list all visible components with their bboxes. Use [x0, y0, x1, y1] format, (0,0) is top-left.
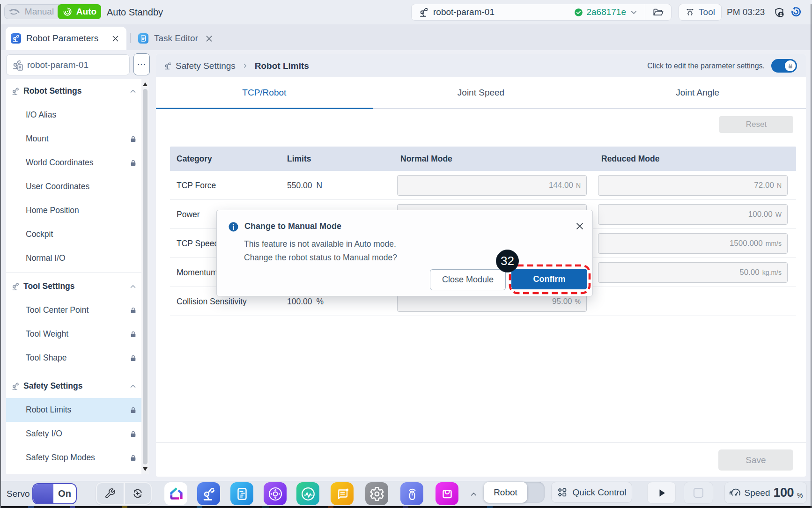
chevron-up-icon[interactable]: [129, 87, 137, 96]
tree-item-user-coordinates[interactable]: User Coordinates: [6, 175, 141, 199]
scroll-up-arrow[interactable]: [143, 82, 148, 86]
speed-display[interactable]: Speed 100 %: [724, 482, 807, 504]
tool-button[interactable]: Tool: [679, 4, 722, 21]
commit-selector[interactable]: 2a68171e: [574, 7, 638, 17]
sidebar-scrollbar[interactable]: [141, 79, 149, 474]
lock-icon: [129, 454, 137, 462]
app-store[interactable]: [436, 482, 458, 505]
tree-item-tool-center-point[interactable]: Tool Center Point: [6, 298, 141, 322]
app-remote[interactable]: [400, 482, 423, 505]
close-tab-icon[interactable]: [111, 34, 120, 43]
servo-toggle[interactable]: On: [32, 483, 77, 504]
tree-item-safety-stop-modes[interactable]: Safety Stop Modes: [6, 446, 141, 470]
sidebar-program-name: robot-param-01: [27, 60, 89, 70]
speed-unit: %: [797, 492, 803, 499]
manual-mode-button[interactable]: Manual: [5, 5, 58, 19]
save-button[interactable]: Save: [718, 449, 793, 471]
scrollbar-thumb[interactable]: [143, 89, 148, 464]
tab-tcp-robot[interactable]: TCP/Robot: [156, 77, 373, 108]
tree-item-label: Tool Weight: [26, 329, 68, 339]
lock-icon: [129, 306, 137, 314]
tree-item-normal-io[interactable]: Normal I/O: [6, 246, 141, 270]
row-category: TCP Speed: [177, 229, 219, 258]
play-icon: [656, 487, 667, 499]
chevron-up-icon[interactable]: [129, 282, 137, 291]
app-task-editor[interactable]: [230, 482, 253, 505]
restart-icon[interactable]: [790, 7, 801, 17]
top-status-bar: Manual Auto Auto Standby robot-param-01 …: [0, 0, 812, 24]
quick-control-button[interactable]: Quick Control: [551, 482, 632, 503]
taskbar-edge: [0, 506, 812, 508]
play-button[interactable]: [647, 482, 676, 504]
app-settings[interactable]: [365, 482, 388, 505]
tree-item-io-alias[interactable]: I/O Alias: [6, 103, 141, 127]
reduced-mode-input[interactable]: 100.00W: [598, 204, 788, 225]
tree-item-safety-io[interactable]: Safety I/O: [6, 422, 141, 446]
tree-item-tool-shape[interactable]: Tool Shape: [6, 346, 141, 370]
app-log[interactable]: [331, 482, 354, 505]
tree-item-world-coordinates[interactable]: World Coordinates: [6, 151, 141, 175]
row-limit-unit: %: [317, 297, 324, 307]
tab-task-editor[interactable]: Task Editor: [135, 27, 220, 50]
row-limit-value: 550.00: [287, 181, 312, 191]
tree-group-safety-settings[interactable]: Safety Settings: [6, 374, 141, 398]
update-button[interactable]: [125, 483, 151, 504]
dialog-close-icon[interactable]: [575, 221, 585, 231]
tree-item-robot-limits[interactable]: Robot Limits: [6, 398, 141, 422]
utility-button-group: [96, 482, 152, 505]
setup-button[interactable]: [97, 483, 124, 504]
stop-button[interactable]: [684, 482, 713, 504]
reduced-mode-input[interactable]: 50.00kg.m/s: [598, 262, 788, 283]
reduced-mode-input[interactable]: 1500.000mm/s: [598, 233, 788, 254]
reduced-mode-input[interactable]: 72.00N: [598, 175, 788, 196]
column-header-normal-mode: Normal Mode: [400, 147, 452, 171]
edit-lock-toggle[interactable]: [771, 59, 797, 73]
tree-item-cockpit[interactable]: Cockpit: [6, 222, 141, 246]
app-jog[interactable]: [264, 482, 287, 505]
chevron-up-icon[interactable]: [129, 382, 137, 390]
tree-item-label: User Coordinates: [26, 182, 89, 191]
input-value: 144.00: [549, 181, 573, 190]
tree-item-home-position[interactable]: Home Position: [6, 199, 141, 222]
folder-open-icon[interactable]: [652, 7, 664, 18]
reset-button[interactable]: Reset: [719, 116, 793, 133]
robot-icon: [11, 282, 20, 291]
tree-group-tool-settings[interactable]: Tool Settings: [6, 274, 141, 298]
task-list-icon: [234, 486, 250, 502]
lock-icon: [129, 354, 137, 362]
robot-toggle[interactable]: Robot: [484, 482, 545, 503]
footer-divider: [156, 442, 806, 443]
tree-item-label: Mount: [26, 134, 49, 144]
robot-icon: [163, 61, 172, 70]
close-module-button[interactable]: Close Module: [430, 269, 506, 290]
tree-group-robot-settings[interactable]: Robot Settings: [6, 79, 141, 103]
input-unit: kg.m/s: [762, 269, 782, 276]
close-tab-icon[interactable]: [205, 34, 214, 43]
tab-separator: [130, 33, 131, 43]
app-monitoring[interactable]: [296, 482, 319, 505]
robot-status-text: Auto Standby: [107, 0, 163, 24]
toggle-knob: [785, 60, 796, 71]
program-selector[interactable]: robot-param-01 2a68171e: [411, 4, 672, 21]
tree-item-label: Safety Stop Modes: [26, 453, 95, 463]
active-tab-underline: [156, 108, 373, 109]
lock-icon: [129, 159, 137, 167]
column-header-category: Category: [177, 147, 212, 171]
sidebar-more-button[interactable]: ...: [133, 53, 150, 75]
scroll-down-arrow[interactable]: [143, 467, 148, 471]
row-limit-value: 100.00: [287, 297, 312, 307]
dock-collapse-button[interactable]: [468, 481, 479, 507]
tree-item-tool-weight[interactable]: Tool Weight: [6, 322, 141, 346]
breadcrumb-parent[interactable]: Safety Settings: [176, 61, 236, 71]
tree-item-mount[interactable]: Mount: [6, 127, 141, 151]
sidebar-program-box[interactable]: robot-param-01: [6, 54, 130, 75]
tab-joint-speed[interactable]: Joint Speed: [373, 77, 590, 108]
tab-joint-angle[interactable]: Joint Angle: [589, 77, 806, 108]
auto-mode-button[interactable]: Auto: [58, 4, 101, 19]
normal-mode-input[interactable]: 144.00N: [397, 175, 587, 196]
tree-item-label: Home Position: [26, 206, 79, 215]
app-robot-parameters[interactable]: [197, 482, 220, 505]
shield-user-icon[interactable]: [774, 7, 785, 18]
app-home-launcher[interactable]: [164, 482, 187, 505]
tab-robot-parameters[interactable]: Robot Parameters: [6, 27, 126, 50]
